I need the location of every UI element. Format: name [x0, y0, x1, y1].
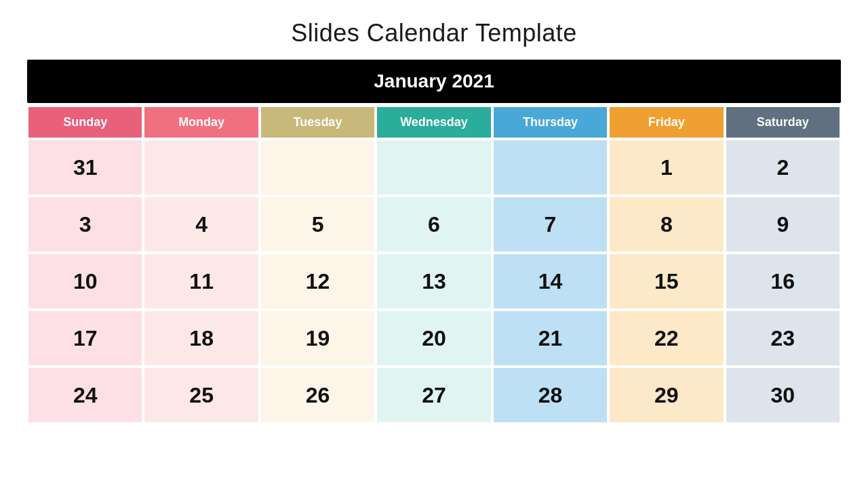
day-cell-week2-wednesday: 6 [377, 197, 490, 251]
day-cell-week4-thursday: 21 [494, 311, 607, 365]
day-cell-week2-saturday: 9 [726, 197, 840, 251]
day-cell-week1-thursday [494, 140, 607, 195]
day-cell-week4-tuesday: 19 [261, 311, 374, 365]
day-cell-week1-friday: 1 [610, 140, 723, 195]
day-cell-week5-thursday: 28 [494, 368, 607, 422]
day-cell-week3-thursday: 14 [494, 254, 607, 308]
day-cell-week1-monday [144, 140, 258, 195]
day-header-monday: Monday [144, 107, 258, 138]
day-cell-week3-wednesday: 13 [377, 254, 490, 308]
day-cell-week1-sunday: 31 [28, 140, 142, 195]
day-cell-week3-friday: 15 [610, 254, 723, 308]
day-cell-week5-monday: 25 [144, 368, 258, 422]
page-title: Slides Calendar Template [291, 19, 577, 47]
day-cell-week1-wednesday [377, 140, 490, 195]
day-cell-week4-wednesday: 20 [377, 311, 490, 365]
day-cell-week4-sunday: 17 [28, 311, 142, 365]
day-cell-week1-saturday: 2 [726, 140, 840, 195]
day-header-saturday: Saturday [726, 107, 840, 138]
day-cell-week4-saturday: 23 [726, 311, 840, 365]
day-header-sunday: Sunday [28, 107, 142, 138]
day-cell-week2-thursday: 7 [494, 197, 607, 251]
day-cell-week4-monday: 18 [144, 311, 258, 365]
day-cell-week5-tuesday: 26 [261, 368, 374, 422]
day-cell-week5-friday: 29 [610, 368, 723, 422]
day-cell-week3-monday: 11 [144, 254, 258, 308]
day-header-friday: Friday [610, 107, 723, 138]
calendar-wrapper: January 2021 SundayMondayTuesdayWednesda… [27, 60, 841, 424]
calendar-month-header: January 2021 [27, 60, 841, 103]
day-cell-week1-tuesday [261, 140, 374, 195]
day-cell-week3-sunday: 10 [28, 254, 142, 308]
day-cell-week4-friday: 22 [610, 311, 723, 365]
day-cell-week2-friday: 8 [610, 197, 723, 251]
day-header-tuesday: Tuesday [261, 107, 374, 138]
day-cell-week5-wednesday: 27 [377, 368, 490, 422]
day-cell-week2-sunday: 3 [28, 197, 142, 251]
day-cell-week2-monday: 4 [144, 197, 258, 251]
day-cell-week5-saturday: 30 [726, 368, 840, 422]
calendar-grid: SundayMondayTuesdayWednesdayThursdayFrid… [27, 106, 841, 424]
day-cell-week2-tuesday: 5 [261, 197, 374, 251]
day-header-wednesday: Wednesday [377, 107, 490, 138]
day-cell-week3-tuesday: 12 [261, 254, 374, 308]
day-cell-week5-sunday: 24 [28, 368, 142, 422]
day-header-thursday: Thursday [494, 107, 607, 138]
day-cell-week3-saturday: 16 [726, 254, 840, 308]
